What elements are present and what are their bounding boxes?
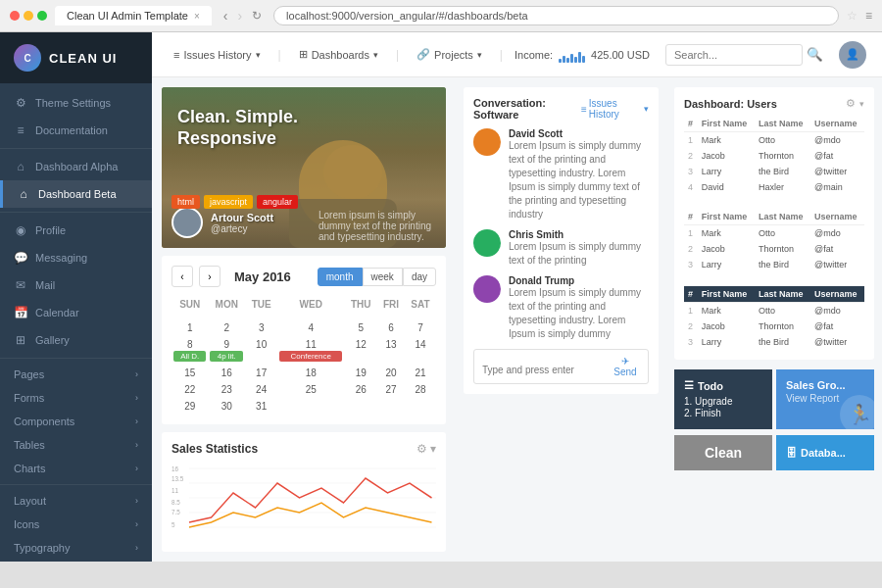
table-cell: 1	[684, 132, 698, 149]
send-button[interactable]: ✈ Send	[611, 356, 640, 377]
cal-day[interactable]: 25	[277, 381, 344, 398]
search-input[interactable]	[665, 44, 803, 66]
layout-arrow: ›	[135, 496, 138, 506]
sidebar-item-pages[interactable]: Pages ›	[0, 363, 152, 386]
cal-week-button[interactable]: week	[363, 268, 403, 286]
forward-btn[interactable]: ›	[233, 6, 246, 25]
address-bar[interactable]: localhost:9000/version_angular/#/dashboa…	[273, 6, 839, 25]
sidebar-item-dashboard-alpha[interactable]: ⌂ Dashboard Alpha	[0, 153, 152, 180]
sidebar-item-layout[interactable]: Layout ›	[0, 489, 152, 513]
cal-day[interactable]: 19	[344, 365, 377, 381]
topnav-search: 🔍	[665, 44, 823, 66]
issues-history-link[interactable]: ≡ Issues History ▾	[581, 98, 649, 120]
message-body-3: Donald Trump Lorem Ipsum is simply dummy…	[509, 275, 649, 341]
cal-prev-button[interactable]: ‹	[172, 266, 193, 287]
sidebar-item-tables[interactable]: Tables ›	[0, 433, 152, 457]
menu-btn[interactable]: ≡	[865, 9, 872, 23]
sidebar-item-typography[interactable]: Typography ›	[0, 536, 152, 560]
cal-day[interactable]: 28	[405, 381, 436, 398]
cal-day[interactable]: 18	[277, 365, 344, 381]
cal-day[interactable]: 6	[377, 319, 405, 336]
cal-day[interactable]: 27	[377, 381, 405, 398]
cal-day[interactable]: 8All D.	[172, 336, 208, 365]
cal-day[interactable]: 2	[208, 319, 245, 336]
cal-day[interactable]: 4	[277, 319, 344, 336]
history-icon: ≡	[581, 104, 587, 115]
cal-day[interactable]: 30	[208, 398, 245, 415]
cal-day[interactable]: 24	[245, 381, 277, 398]
sidebar-item-gallery[interactable]: ⊞ Gallery	[0, 326, 152, 354]
cal-day-button[interactable]: day	[403, 268, 436, 286]
msg-name-2: Chris Smith	[509, 229, 649, 240]
table-row: 3Larrythe Bird@twitter	[684, 257, 864, 272]
topnav-projects[interactable]: 🔗 Projects ▾	[411, 44, 488, 65]
sales-gear-icon[interactable]: ⚙ ▾	[416, 442, 436, 456]
table-row: 2JacobThornton@fat	[684, 148, 864, 164]
cal-month-button[interactable]: month	[318, 268, 363, 286]
cal-day[interactable]: 31	[245, 398, 277, 415]
sidebar-item-documentation[interactable]: ≡ Documentation	[0, 117, 152, 144]
cal-day[interactable]: 26	[344, 381, 377, 398]
cal-next-button[interactable]: ›	[199, 266, 220, 287]
conversation-input[interactable]	[482, 365, 607, 375]
cal-day[interactable]: 1	[172, 319, 208, 336]
tab-close-icon[interactable]: ×	[194, 11, 200, 22]
cal-day[interactable]: 7	[405, 319, 436, 336]
table-cell: Mark	[698, 303, 755, 319]
calendar-nav: ‹ › May 2016 month week day	[172, 266, 436, 287]
dot-green	[37, 11, 47, 21]
users-title: Dashboard: Users	[684, 98, 777, 110]
sidebar-item-theme-settings[interactable]: ⚙ Theme Settings	[0, 89, 152, 117]
cal-header-mon: MON	[208, 295, 245, 314]
forms-arrow: ›	[135, 393, 138, 403]
back-btn[interactable]: ‹	[220, 6, 232, 25]
issues-label: Issues History	[183, 49, 251, 61]
reload-btn[interactable]: ↻	[248, 7, 266, 24]
avatar-donald	[473, 275, 501, 303]
cal-day[interactable]: 29	[172, 398, 208, 415]
sidebar-item-components[interactable]: Components ›	[0, 410, 152, 433]
cal-day[interactable]: 21	[405, 365, 436, 381]
cal-day[interactable]: 14	[405, 336, 436, 365]
cal-day[interactable]: 16	[208, 365, 245, 381]
cal-day[interactable]: 17	[245, 365, 277, 381]
topnav-dashboards[interactable]: ⊞ Dashboards ▾	[293, 44, 384, 65]
svg-text:11: 11	[172, 487, 178, 494]
cal-day[interactable]: 13	[377, 336, 405, 365]
sidebar-item-calendar[interactable]: 📅 Calendar	[0, 299, 152, 326]
sales-chart-card: Sales Statistics ⚙ ▾ 16 13.5 11 8.5 7.5 …	[162, 432, 446, 552]
user-avatar[interactable]: 👤	[839, 41, 866, 69]
table-cell: Haxler	[755, 179, 810, 195]
cal-day[interactable]: 22	[172, 381, 208, 398]
topnav-issues-history[interactable]: ≡ Issues History ▾	[168, 45, 267, 65]
dot-yellow	[24, 11, 33, 21]
sidebar-item-icons[interactable]: Icons ›	[0, 513, 152, 536]
bookmark-btn[interactable]: ☆	[847, 9, 858, 23]
cal-day[interactable]: 3	[245, 319, 277, 336]
settings-icon: ⚙	[846, 97, 856, 110]
topnav: ≡ Issues History ▾ | ⊞ Dashboards ▾ | 🔗 …	[152, 32, 882, 77]
cal-day[interactable]: 11Conference	[277, 336, 344, 365]
sidebar-item-mail[interactable]: ✉ Mail	[0, 271, 152, 299]
sidebar-item-messaging[interactable]: 💬 Messaging	[0, 244, 152, 271]
dashboards-label: Dashboards	[312, 49, 369, 61]
sidebar-item-charts[interactable]: Charts ›	[0, 457, 152, 480]
cal-day[interactable]: 10	[245, 336, 277, 365]
history-chevron: ▾	[644, 104, 649, 114]
users-settings-btn[interactable]: ⚙ ▾	[846, 97, 864, 110]
browser-tab[interactable]: Clean UI Admin Template ×	[55, 6, 212, 25]
cal-day[interactable]: 20	[377, 365, 405, 381]
table-cell: Otto	[755, 303, 810, 319]
cal-day[interactable]: 15	[172, 365, 208, 381]
sidebar-item-dashboard-beta[interactable]: ⌂ Dashboard Beta	[0, 180, 152, 208]
users-card-header: Dashboard: Users ⚙ ▾	[684, 97, 864, 110]
sidebar-item-profile[interactable]: ◉ Profile	[0, 217, 152, 244]
sidebar-item-forms[interactable]: Forms ›	[0, 386, 152, 410]
cal-day[interactable]: 5	[344, 319, 377, 336]
table-cell: 1	[684, 303, 698, 319]
cal-day[interactable]: 94p lit.	[208, 336, 245, 365]
search-button[interactable]: 🔍	[807, 47, 823, 62]
table-cell: the Bird	[755, 334, 810, 350]
cal-day[interactable]: 23	[208, 381, 245, 398]
cal-day[interactable]: 12	[344, 336, 377, 365]
